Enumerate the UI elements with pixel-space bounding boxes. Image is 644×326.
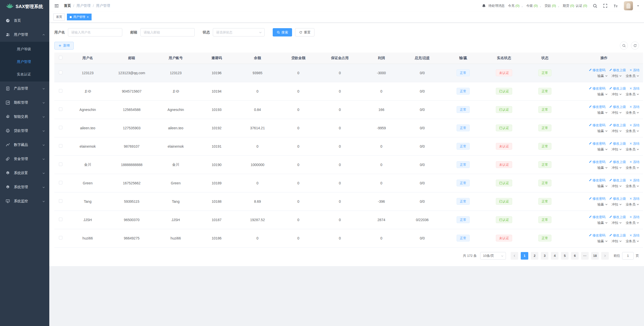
deduct-dropdown[interactable]: 冲扣 <box>612 166 622 169</box>
edit-parent-link[interactable]: 修改上级 <box>609 68 626 72</box>
page-button-6[interactable]: 6 <box>571 252 579 260</box>
page-size-select[interactable]: 10条/页 <box>480 252 506 260</box>
freeze-link[interactable]: 冻结 <box>629 124 639 127</box>
sidebar-item-system-management[interactable]: 系统管理 <box>0 180 49 194</box>
freeze-link[interactable]: 冻结 <box>629 142 639 145</box>
next-page-button[interactable] <box>601 252 609 260</box>
row-checkbox[interactable] <box>59 236 62 239</box>
search-icon[interactable] <box>592 3 597 8</box>
refresh-table-button[interactable] <box>631 42 639 50</box>
user-menu-caret-icon[interactable] <box>637 5 639 7</box>
page-button-18[interactable]: 18 <box>591 252 599 260</box>
sidebar-item-user-level[interactable]: 用户等级 <box>0 43 49 55</box>
edit-password-link[interactable]: 修改密码 <box>589 179 606 182</box>
edit-parent-link[interactable]: 修改上级 <box>609 124 626 127</box>
edit-parent-link[interactable]: 修改上级 <box>609 197 626 200</box>
page-more-button[interactable]: ··· <box>581 252 589 260</box>
deduct-dropdown[interactable]: 冲扣 <box>612 148 622 151</box>
bell-icon[interactable] <box>482 4 486 8</box>
edit-parent-link[interactable]: 修改上级 <box>609 105 626 108</box>
deduct-dropdown[interactable]: 冲扣 <box>612 111 622 114</box>
freeze-link[interactable]: 冻结 <box>629 105 639 108</box>
sidebar-item-funds-management[interactable]: 资金管理 <box>0 152 49 166</box>
salesman-dropdown[interactable]: 业务员 <box>626 166 639 169</box>
winlose-dropdown[interactable]: 输赢 <box>597 93 608 96</box>
page-button-4[interactable]: 4 <box>551 252 558 260</box>
search-button[interactable]: 搜索 <box>273 28 292 36</box>
add-button[interactable]: 新增 <box>54 42 74 50</box>
freeze-link[interactable]: 冻结 <box>629 87 639 90</box>
edit-parent-link[interactable]: 修改上级 <box>609 179 626 182</box>
status-select[interactable]: 请选择状态 <box>213 28 265 36</box>
sidebar-item-product-management[interactable]: 产品管理 <box>0 82 49 96</box>
page-button-3[interactable]: 3 <box>541 252 548 260</box>
winlose-dropdown[interactable]: 输赢 <box>597 239 608 243</box>
username-input[interactable] <box>68 28 122 36</box>
edit-password-link[interactable]: 修改密码 <box>589 105 606 108</box>
sidebar-item-digital-collection[interactable]: 数字藏品 <box>0 138 49 152</box>
winlose-dropdown[interactable]: 输赢 <box>597 184 608 188</box>
page-button-2[interactable]: 2 <box>531 252 538 260</box>
row-checkbox[interactable] <box>59 181 62 184</box>
deduct-dropdown[interactable]: 冲扣 <box>612 74 622 77</box>
select-all-checkbox[interactable] <box>59 56 62 59</box>
edit-password-link[interactable]: 修改密码 <box>589 197 606 200</box>
freeze-link[interactable]: 冻结 <box>629 160 639 164</box>
row-checkbox[interactable] <box>59 144 62 148</box>
row-checkbox[interactable] <box>59 162 62 166</box>
avatar[interactable] <box>624 1 633 10</box>
sidebar-item-system-monitor[interactable]: 系统监控 <box>0 194 49 208</box>
deduct-dropdown[interactable]: 冲扣 <box>612 239 622 243</box>
edit-password-link[interactable]: 修改密码 <box>589 68 606 72</box>
row-checkbox[interactable] <box>59 218 62 221</box>
salesman-dropdown[interactable]: 业务员 <box>626 221 639 224</box>
sidebar-item-user-management[interactable]: 用户管理 <box>0 28 49 42</box>
sidebar-item-options-management[interactable]: 期权管理 <box>0 96 49 110</box>
salesman-dropdown[interactable]: 业务员 <box>626 74 639 77</box>
salesman-dropdown[interactable]: 业务员 <box>626 129 639 133</box>
page-button-5[interactable]: 5 <box>561 252 569 260</box>
edit-password-link[interactable]: 修改密码 <box>589 87 606 90</box>
edit-parent-link[interactable]: 修改上级 <box>609 142 626 145</box>
row-checkbox[interactable] <box>59 107 62 111</box>
sidebar-item-realname-auth[interactable]: 实名认证 <box>0 68 49 80</box>
sidebar-item-loan-management[interactable]: 贷款管理 <box>0 124 49 138</box>
breadcrumb-item[interactable]: 首页 <box>64 4 71 8</box>
deduct-dropdown[interactable]: 冲扣 <box>612 93 622 96</box>
page-button-1[interactable]: 1 <box>521 252 528 260</box>
deduct-dropdown[interactable]: 冲扣 <box>612 221 622 224</box>
sidebar-collapse-icon[interactable] <box>54 3 59 9</box>
row-checkbox[interactable] <box>59 199 62 203</box>
deduct-dropdown[interactable]: 冲扣 <box>612 184 622 188</box>
edit-password-link[interactable]: 修改密码 <box>589 142 606 145</box>
freeze-link[interactable]: 冻结 <box>629 234 639 237</box>
winlose-dropdown[interactable]: 输赢 <box>597 203 608 206</box>
email-input[interactable] <box>140 28 195 36</box>
edit-password-link[interactable]: 修改密码 <box>589 215 606 219</box>
edit-password-link[interactable]: 修改密码 <box>589 234 606 237</box>
row-checkbox[interactable] <box>59 71 62 74</box>
freeze-link[interactable]: 冻结 <box>629 197 639 200</box>
edit-password-link[interactable]: 修改密码 <box>589 124 606 127</box>
winlose-dropdown[interactable]: 输赢 <box>597 74 608 77</box>
freeze-link[interactable]: 冻结 <box>629 179 639 182</box>
edit-parent-link[interactable]: 修改上级 <box>609 87 626 90</box>
tab-home[interactable]: 首页 <box>53 14 65 20</box>
sidebar-item-user-manage[interactable]: 用户管理 <box>0 55 49 68</box>
row-checkbox[interactable] <box>59 126 62 129</box>
sidebar-item-home[interactable]: 首页 <box>0 14 49 28</box>
sidebar-item-smart-trade[interactable]: 智能交易 <box>0 110 49 124</box>
freeze-link[interactable]: 冻结 <box>629 215 639 219</box>
edit-parent-link[interactable]: 修改上级 <box>609 215 626 219</box>
salesman-dropdown[interactable]: 业务员 <box>626 93 639 96</box>
salesman-dropdown[interactable]: 业务员 <box>626 239 639 243</box>
salesman-dropdown[interactable]: 业务员 <box>626 111 639 114</box>
freeze-link[interactable]: 冻结 <box>629 68 639 72</box>
goto-page-input[interactable] <box>622 252 634 260</box>
deduct-dropdown[interactable]: 冲扣 <box>612 129 622 133</box>
salesman-dropdown[interactable]: 业务员 <box>626 148 639 151</box>
edit-parent-link[interactable]: 修改上级 <box>609 160 626 164</box>
edit-password-link[interactable]: 修改密码 <box>589 160 606 164</box>
winlose-dropdown[interactable]: 输赢 <box>597 221 608 224</box>
row-checkbox[interactable] <box>59 89 62 93</box>
